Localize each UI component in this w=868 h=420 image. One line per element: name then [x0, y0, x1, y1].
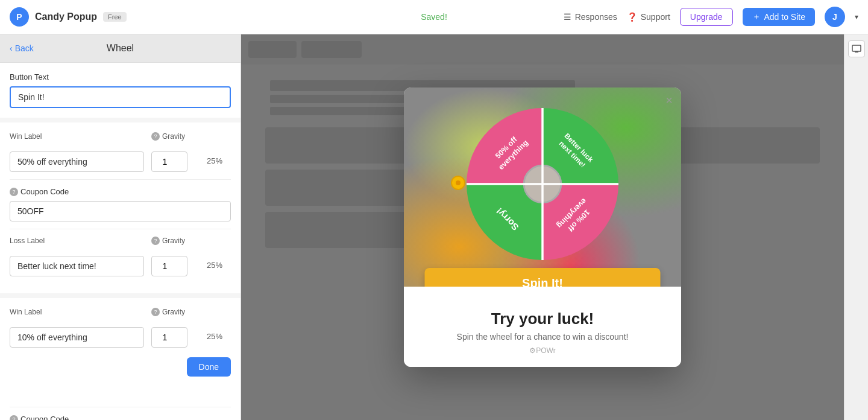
loss-row-header: Loss Label ? Gravity: [10, 237, 231, 249]
top-navigation: P Candy Popup Free Saved! ☰ Responses ❓ …: [0, 0, 868, 34]
wheel-pointer: [450, 174, 467, 194]
win-label-header: Win Label: [10, 132, 144, 144]
coupon-code-2-label: ? Coupon Code: [10, 415, 231, 420]
add-to-site-label: Add to Site: [764, 12, 806, 22]
loss-gravity-col-header: ? Gravity: [151, 237, 200, 245]
help-icon-coupon-2[interactable]: ?: [10, 415, 18, 421]
loss-gravity-input[interactable]: [151, 256, 187, 276]
win-row-1-inputs: 25%: [10, 151, 231, 172]
win-pct-2-spacer: [207, 308, 231, 313]
right-sidebar: [844, 34, 868, 420]
win-label-1-input[interactable]: [10, 151, 144, 172]
pct-col-spacer: [207, 132, 231, 137]
back-button[interactable]: ‹ Back: [10, 43, 34, 53]
nav-right: ☰ Responses ❓ Support Upgrade ＋ Add to S…: [564, 7, 858, 27]
win-gravity-1-input[interactable]: [151, 151, 187, 172]
svg-point-1: [456, 180, 461, 185]
win-label-1-section: Win Label ? Gravity 25%: [0, 122, 241, 293]
svg-rect-13: [855, 51, 858, 52]
sidebar-title: Wheel: [107, 43, 134, 54]
win-gravity-1-col: [151, 151, 200, 172]
main-layout: ‹ Back Wheel Button Text Win Label ? Gr: [0, 34, 868, 420]
avatar-letter: J: [832, 12, 837, 22]
plus-icon: ＋: [752, 11, 761, 22]
list-icon: ☰: [564, 12, 571, 22]
coupon-code-1-input[interactable]: [10, 201, 231, 221]
wheel-svg: Sorry! 50% off everything 10% off everyt…: [458, 100, 627, 269]
loss-label-input[interactable]: [10, 256, 144, 276]
win-label-2-header-col: Win Label: [10, 308, 144, 320]
win-label-2-input[interactable]: [10, 327, 144, 348]
app-logo: P: [10, 7, 29, 27]
gravity-header-text: Gravity: [162, 132, 185, 141]
win-row-2-header: Win Label ? Gravity: [10, 308, 231, 320]
support-label: Support: [641, 12, 670, 22]
popup-bg-section: Sorry! 50% off everything 10% off everyt…: [404, 88, 681, 287]
support-button[interactable]: ❓ Support: [627, 12, 670, 22]
button-text-label: Button Text: [10, 72, 231, 81]
device-icon[interactable]: [848, 40, 865, 57]
win-row-1-header: Win Label ? Gravity: [10, 132, 231, 144]
question-icon: ❓: [627, 12, 637, 22]
loss-row-inputs: 25%: [10, 256, 231, 276]
button-text-input[interactable]: [10, 86, 231, 108]
loss-gravity-col: [151, 256, 200, 276]
done-button[interactable]: Done: [187, 357, 231, 377]
add-to-site-button[interactable]: ＋ Add to Site: [743, 8, 816, 26]
win-gravity-2-col-header: ? Gravity: [151, 308, 200, 316]
loss-gravity-header-text: Gravity: [162, 237, 185, 245]
nav-left: P Candy Popup Free: [10, 7, 127, 27]
popup-overlay: ×: [241, 34, 844, 420]
button-text-section: Button Text: [0, 63, 241, 118]
coupon-code-1-label: ? Coupon Code: [10, 187, 231, 196]
user-avatar[interactable]: J: [825, 7, 845, 27]
responses-button[interactable]: ☰ Responses: [564, 12, 617, 22]
popup-subtitle: Spin the wheel for a chance to win a dis…: [416, 332, 669, 342]
gravity-col-header: ? Gravity: [151, 132, 200, 141]
win-gravity-2-input[interactable]: [151, 327, 187, 348]
popup-content: Try your luck! Spin the wheel for a chan…: [404, 287, 681, 367]
gravity-2-header-text: Gravity: [162, 308, 185, 316]
coupon-code-2-label-text: Coupon Code: [20, 415, 69, 420]
win-pct-2: 25%: [207, 327, 231, 341]
wheel-container: Sorry! 50% off everything 10% off everyt…: [458, 100, 627, 269]
win-gravity-2-header-col: ? Gravity: [151, 308, 200, 320]
candy-popup: ×: [404, 88, 681, 367]
responses-label: Responses: [575, 12, 617, 22]
win-gravity-2-col: [151, 327, 200, 348]
chevron-down-icon[interactable]: ▾: [855, 13, 858, 21]
divider-2: [10, 229, 231, 229]
win-row-2-inputs: 25%: [10, 327, 231, 348]
loss-label-col-header: Loss Label: [10, 237, 144, 245]
divider-3: [10, 407, 231, 407]
app-title: Candy Popup: [35, 11, 97, 22]
logo-letter: P: [16, 12, 22, 22]
upgrade-button[interactable]: Upgrade: [680, 8, 733, 26]
help-icon-coupon[interactable]: ?: [10, 188, 18, 196]
win-label-1-col: [10, 151, 144, 172]
loss-label-header-col: Loss Label: [10, 237, 144, 249]
win-label-2-section: Win Label ? Gravity 25%: [0, 298, 241, 420]
popup-brand: ⚙POWr: [416, 346, 669, 355]
help-icon-gravity-2[interactable]: ?: [151, 308, 160, 316]
chevron-left-icon: ‹: [10, 43, 13, 53]
coupon-code-label-text: Coupon Code: [20, 187, 69, 196]
plan-badge: Free: [103, 12, 127, 22]
win-label-2-col-header: Win Label: [10, 308, 144, 316]
loss-pct-spacer: [207, 237, 231, 241]
popup-close-button[interactable]: ×: [665, 94, 673, 107]
loss-gravity-header-col: ? Gravity: [151, 237, 200, 249]
loss-pct: 25%: [207, 256, 231, 270]
back-label: Back: [15, 43, 34, 53]
popup-title: Try your luck!: [416, 310, 669, 328]
win-label-2-input-col: [10, 327, 144, 348]
svg-rect-12: [852, 45, 861, 51]
help-icon-gravity[interactable]: ?: [151, 132, 160, 141]
win-pct-1: 25%: [207, 151, 231, 165]
help-icon-loss-gravity[interactable]: ?: [151, 237, 160, 245]
divider-1: [10, 179, 231, 180]
saved-status: Saved!: [421, 12, 447, 22]
gravity-col: ? Gravity: [151, 132, 200, 144]
button-text-label-text: Button Text: [10, 72, 49, 81]
loss-label-col: [10, 256, 144, 276]
